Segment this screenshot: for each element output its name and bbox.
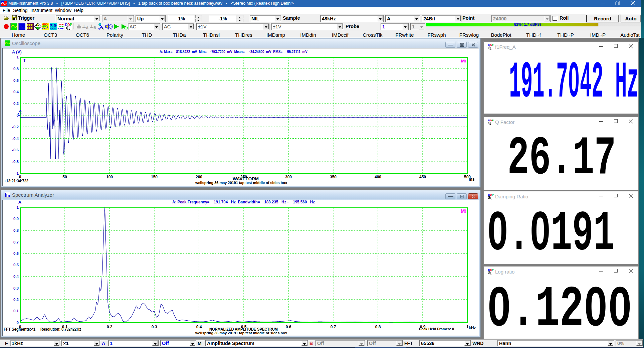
svg-text:26.17: 26.17 — [507, 128, 616, 190]
svg-text:DDP: DDP — [65, 23, 72, 27]
svg-text:DUT: DUT — [50, 25, 57, 28]
svg-text:0.0191: 0.0191 — [487, 202, 615, 265]
svg-text:Resolution: 0.732422Hz: Resolution: 0.732422Hz — [40, 327, 81, 332]
svg-text:A: Peak Frequency= 191.704: A: Peak Frequency= 191.704 Hz Bandwidth=… — [172, 199, 315, 204]
svg-text:wellspring 36 may 20191 tap te: wellspring 36 may 20191 tap test middle … — [195, 181, 287, 185]
svg-text:wellspring 36 may 20191 tap te: wellspring 36 may 20191 tap test middle … — [195, 331, 287, 335]
svg-text:A: Max= 818.8422 mV Min=: A: Max= 818.8422 mV Min= -753.7290 mV Me… — [160, 49, 307, 54]
svg-text:T: T — [23, 58, 26, 63]
svg-text:ms: ms — [469, 177, 475, 182]
svg-text:FFT Segments:<1: FFT Segments:<1 — [4, 327, 35, 332]
svg-text:0.1200: 0.1200 — [487, 278, 632, 339]
svg-text:+13:21:34:722: +13:21:34:722 — [4, 178, 28, 183]
svg-text:Peak Held Frames: 0: Peak Held Frames: 0 — [419, 327, 454, 331]
svg-text:kHz: kHz — [469, 326, 476, 330]
